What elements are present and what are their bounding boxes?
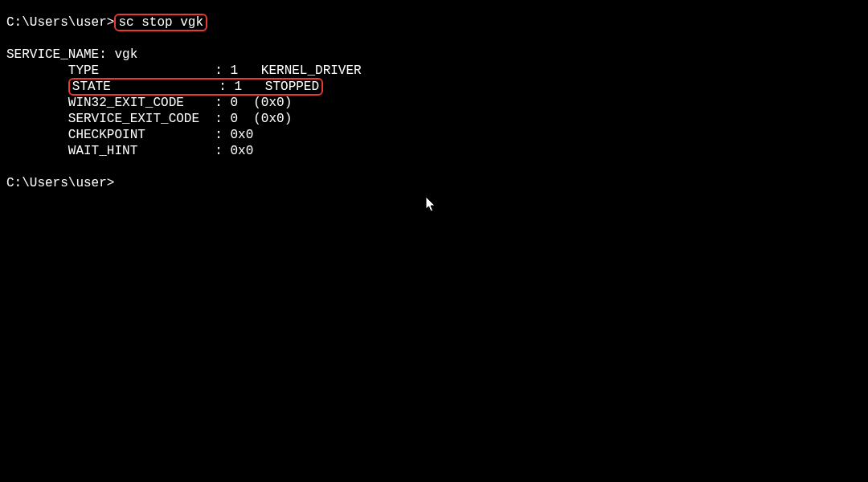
checkpoint-line: CHECKPOINT : 0x0 xyxy=(6,127,862,143)
command-highlight: sc stop vgk xyxy=(114,14,207,31)
state-highlight: STATE : 1 STOPPED xyxy=(68,78,323,96)
blank-line xyxy=(6,159,862,175)
command-line: C:\Users\user>sc stop vgk xyxy=(6,14,862,31)
wait-hint-line: WAIT_HINT : 0x0 xyxy=(6,143,862,159)
state-content: STATE : 1 STOPPED xyxy=(72,80,319,94)
terminal-output[interactable]: C:\Users\user>sc stop vgk SERVICE_NAME: … xyxy=(6,14,862,191)
state-prefix xyxy=(6,80,68,94)
command-text: sc stop vgk xyxy=(118,15,203,30)
mouse-cursor-icon xyxy=(426,197,439,214)
type-line: TYPE : 1 KERNEL_DRIVER xyxy=(6,63,862,79)
prompt-line[interactable]: C:\Users\user> xyxy=(6,175,862,191)
prompt-text: C:\Users\user> xyxy=(6,15,114,30)
state-line: STATE : 1 STOPPED xyxy=(6,79,862,95)
win32-exit-code-line: WIN32_EXIT_CODE : 0 (0x0) xyxy=(6,95,862,111)
service-name-line: SERVICE_NAME: vgk xyxy=(6,47,862,63)
blank-line xyxy=(6,31,862,47)
service-exit-code-line: SERVICE_EXIT_CODE : 0 (0x0) xyxy=(6,111,862,127)
